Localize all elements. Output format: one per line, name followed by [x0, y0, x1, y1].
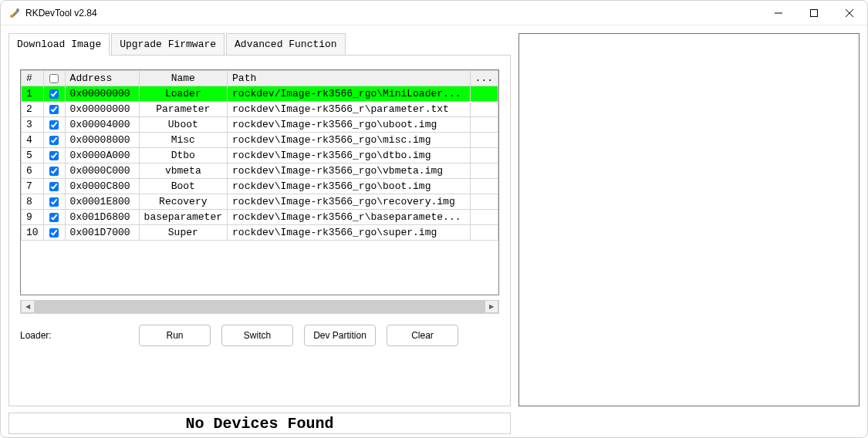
cell-browse[interactable] [470, 179, 498, 194]
cell-index[interactable]: 3 [22, 117, 44, 133]
cell-name[interactable]: vbmeta [139, 163, 227, 179]
cell-name[interactable]: Parameter [139, 102, 227, 117]
cell-name[interactable]: Recovery [139, 194, 227, 210]
cell-name[interactable]: Uboot [139, 117, 227, 133]
header-dots[interactable]: ... [470, 71, 498, 86]
cell-address[interactable]: 0x001D6800 [65, 210, 139, 225]
tab-upgrade-firmware[interactable]: Upgrade Firmware [111, 33, 225, 56]
cell-name[interactable]: Loader [139, 86, 227, 102]
cell-address[interactable]: 0x0000A000 [65, 148, 139, 163]
cell-path[interactable]: rockdev\Image-rk3566_rgo\super.img [228, 225, 471, 241]
scroll-left-button[interactable]: ◀ [21, 300, 35, 313]
cell-index[interactable]: 1 [22, 86, 44, 102]
cell-path[interactable]: rockdev\Image-rk3566_rgo\boot.img [228, 179, 471, 194]
table-row[interactable]: 100x001D7000Superrockdev\Image-rk3566_rg… [22, 225, 498, 241]
cell-index[interactable]: 4 [22, 133, 44, 148]
cell-index[interactable]: 5 [22, 148, 44, 163]
cell-address[interactable]: 0x001D7000 [65, 225, 139, 241]
row-checkbox[interactable] [49, 167, 59, 176]
cell-index[interactable]: 8 [22, 194, 44, 210]
table-row[interactable]: 50x0000A000Dtborockdev\Image-rk3566_rgo\… [22, 148, 498, 163]
cell-checkbox[interactable] [43, 86, 65, 102]
cell-browse[interactable] [470, 163, 498, 179]
row-checkbox[interactable] [49, 136, 59, 145]
cell-browse[interactable] [470, 133, 498, 148]
row-checkbox[interactable] [49, 105, 59, 114]
cell-address[interactable]: 0x00000000 [65, 86, 139, 102]
cell-path[interactable]: rockdev\Image-rk3566_r\parameter.txt [228, 102, 471, 117]
close-button[interactable] [832, 1, 867, 25]
maximize-button[interactable] [796, 1, 832, 25]
cell-address[interactable]: 0x00004000 [65, 117, 139, 133]
table-row[interactable]: 10x00000000Loaderrockdev/Image-rk3566_rg… [22, 86, 498, 102]
cell-address[interactable]: 0x0000C800 [65, 179, 139, 194]
table-row[interactable]: 90x001D6800baseparameterrockdev\Image-rk… [22, 210, 498, 225]
cell-path[interactable]: rockdev\Image-rk3566_rgo\vbmeta.img [228, 163, 471, 179]
cell-checkbox[interactable] [43, 179, 65, 194]
row-checkbox[interactable] [49, 151, 59, 160]
dev-partition-button[interactable]: Dev Partition [304, 325, 376, 346]
cell-path[interactable]: rockdev\Image-rk3566_rgo\recovery.img [228, 194, 471, 210]
cell-browse[interactable] [470, 210, 498, 225]
cell-path[interactable]: rockdev\Image-rk3566_r\baseparamete... [228, 210, 471, 225]
header-index[interactable]: # [22, 71, 44, 86]
cell-browse[interactable] [470, 102, 498, 117]
cell-browse[interactable] [470, 86, 498, 102]
tab-advanced-function[interactable]: Advanced Function [226, 33, 346, 56]
cell-index[interactable]: 9 [22, 210, 44, 225]
cell-path[interactable]: rockdev\Image-rk3566_rgo\misc.img [228, 133, 471, 148]
header-path[interactable]: Path [228, 71, 471, 86]
cell-browse[interactable] [470, 225, 498, 241]
cell-name[interactable]: Boot [139, 179, 227, 194]
cell-index[interactable]: 10 [22, 225, 44, 241]
header-address[interactable]: Address [65, 71, 139, 86]
run-button[interactable]: Run [139, 325, 211, 346]
cell-index[interactable]: 7 [22, 179, 44, 194]
cell-path[interactable]: rockdev\Image-rk3566_rgo\dtbo.img [228, 148, 471, 163]
cell-address[interactable]: 0x0000C000 [65, 163, 139, 179]
switch-button[interactable]: Switch [221, 325, 293, 346]
row-checkbox[interactable] [49, 182, 59, 191]
cell-path[interactable]: rockdev/Image-rk3566_rgo\MiniLoader... [228, 86, 471, 102]
scroll-track[interactable] [35, 300, 485, 313]
select-all-checkbox[interactable] [49, 74, 59, 83]
cell-checkbox[interactable] [43, 225, 65, 241]
cell-name[interactable]: Misc [139, 133, 227, 148]
minimize-button[interactable] [761, 1, 796, 25]
cell-index[interactable]: 6 [22, 163, 44, 179]
table-row[interactable]: 80x0001E800Recoveryrockdev\Image-rk3566_… [22, 194, 498, 210]
cell-checkbox[interactable] [43, 148, 65, 163]
cell-checkbox[interactable] [43, 133, 65, 148]
scroll-thumb[interactable] [35, 300, 485, 313]
table-row[interactable]: 30x00004000Ubootrockdev\Image-rk3566_rgo… [22, 117, 498, 133]
cell-browse[interactable] [470, 148, 498, 163]
cell-index[interactable]: 2 [22, 102, 44, 117]
cell-checkbox[interactable] [43, 117, 65, 133]
table-row[interactable]: 70x0000C800Bootrockdev\Image-rk3566_rgo\… [22, 179, 498, 194]
cell-checkbox[interactable] [43, 210, 65, 225]
row-checkbox[interactable] [49, 120, 59, 130]
row-checkbox[interactable] [49, 197, 59, 207]
table-row[interactable]: 40x00008000Miscrockdev\Image-rk3566_rgo\… [22, 133, 498, 148]
cell-name[interactable]: baseparameter [139, 210, 227, 225]
table-row[interactable]: 20x00000000Parameterrockdev\Image-rk3566… [22, 102, 498, 117]
clear-button[interactable]: Clear [387, 325, 458, 346]
cell-address[interactable]: 0x00000000 [65, 102, 139, 117]
cell-name[interactable]: Super [139, 225, 227, 241]
header-checkbox[interactable] [43, 71, 65, 86]
cell-address[interactable]: 0x0001E800 [65, 194, 139, 210]
cell-path[interactable]: rockdev\Image-rk3566_rgo\uboot.img [228, 117, 471, 133]
table-row[interactable]: 60x0000C000vbmetarockdev\Image-rk3566_rg… [22, 163, 498, 179]
cell-name[interactable]: Dtbo [139, 148, 227, 163]
cell-checkbox[interactable] [43, 102, 65, 117]
log-pane[interactable] [518, 33, 860, 406]
row-checkbox[interactable] [49, 213, 59, 222]
tab-download-image[interactable]: Download Image [8, 33, 110, 56]
cell-checkbox[interactable] [43, 163, 65, 179]
scroll-right-button[interactable]: ▶ [485, 300, 498, 313]
row-checkbox[interactable] [49, 228, 59, 238]
cell-address[interactable]: 0x00008000 [65, 133, 139, 148]
header-name[interactable]: Name [139, 71, 227, 86]
cell-checkbox[interactable] [43, 194, 65, 210]
row-checkbox[interactable] [49, 89, 59, 99]
